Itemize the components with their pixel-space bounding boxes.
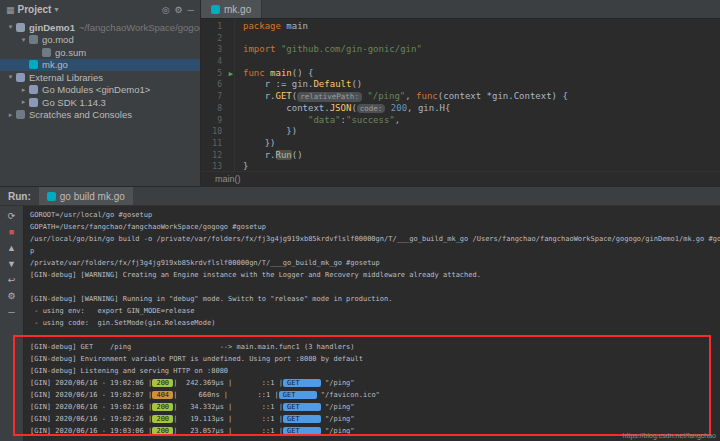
locate-icon[interactable]: ◎: [162, 5, 170, 15]
code-token: , gin.H{: [407, 103, 450, 113]
code-token: (context *gin.Context) {: [438, 91, 568, 101]
console-text: [GIN-debug] Listening and serving HTTP o…: [30, 367, 228, 375]
gutter-line: 3: [201, 44, 234, 56]
run-toolbar: ⟳■▲▼↩⚙─: [0, 206, 24, 441]
code-token: "data": [308, 115, 341, 125]
http-status-badge: 404: [152, 391, 173, 399]
tree-item-go-modules[interactable]: ▸Go Modules <ginDemo1>: [0, 84, 200, 97]
gutter-line: 8: [201, 103, 234, 115]
tree-chevron-icon[interactable]: ▸: [6, 111, 15, 119]
tree-chevron-icon[interactable]: ▾: [6, 23, 15, 31]
tree-item-scratches[interactable]: ▸Scratches and Consoles: [0, 109, 200, 122]
console-line: /private/var/folders/fx/fj3g4jg919xb85kr…: [30, 257, 720, 269]
console-line: [GIN] 2020/06/16 - 19:02:26 | 200 | 19.1…: [30, 413, 720, 425]
tree-item-go-sum[interactable]: go.sum: [0, 46, 200, 59]
tree-item-label: Scratches and Consoles: [29, 109, 132, 120]
console-line: [GIN] 2020/06/16 - 19:02:06 | 200 | 242.…: [30, 377, 720, 389]
soft-wrap-icon[interactable]: ↩: [5, 274, 19, 287]
code-token: }): [243, 138, 276, 148]
code-token: main: [281, 21, 308, 31]
console-text: - using env: export GIN_MODE=release: [30, 307, 194, 315]
tree-chevron-icon[interactable]: ▸: [19, 86, 28, 94]
http-status-badge: 200: [152, 379, 173, 387]
modfile-icon: [29, 35, 38, 44]
go-run-config-icon: [47, 192, 56, 201]
tree-item-label: go.mod: [42, 34, 74, 45]
http-method-badge: GET: [283, 427, 321, 435]
console-text: [GIN] 2020/06/16 - 19:03:06 |: [30, 427, 152, 435]
code-line: package main: [243, 21, 720, 33]
console-text: - using code: gin.SetMode(gin.ReleaseMod…: [30, 319, 215, 327]
rerun-icon[interactable]: ⟳: [5, 210, 19, 223]
top-section: ▦ Project ▾ ◎⚙─ ▾ginDemo1~/fangchaoWorkS…: [0, 0, 720, 186]
gutter-line: 10: [201, 126, 234, 138]
console-settings-icon[interactable]: ⚙: [5, 290, 19, 303]
tree-item-gindemo1[interactable]: ▾ginDemo1~/fangchaoWorkSpace/gogogo/ginD…: [0, 21, 200, 34]
lib-icon: [16, 73, 25, 82]
tree-chevron-icon[interactable]: ▾: [6, 73, 15, 81]
stop-icon[interactable]: ■: [5, 226, 19, 239]
code-token: 200: [391, 103, 407, 113]
console-line: [GIN-debug] Environment variable PORT is…: [30, 353, 720, 365]
code-token: JSON: [330, 103, 352, 113]
gutter-line: 5▶: [201, 68, 234, 80]
console-text: | 242.369µs | ::1 |: [173, 379, 283, 387]
console-line: [GIN] 2020/06/16 - 19:02:07 | 404 | 660n…: [30, 389, 720, 401]
inlay-hint: relativePath:: [297, 92, 362, 102]
go-to-top-icon[interactable]: ▲: [5, 242, 19, 255]
tree-item-go-mod[interactable]: ▾go.mod: [0, 34, 200, 47]
breadcrumb-item-main[interactable]: main(): [215, 174, 241, 184]
chevron-down-icon[interactable]: ▾: [54, 5, 58, 14]
tree-item-label: ginDemo1: [29, 22, 75, 33]
code-line: context.JSON(code: 200, gin.H{: [243, 103, 720, 115]
editor-tab-mk-go[interactable]: mk.go: [201, 0, 262, 18]
tree-item-label: go.sum: [55, 47, 86, 58]
code-token: [243, 115, 308, 125]
go-to-bottom-icon[interactable]: ▼: [5, 258, 19, 271]
settings-icon[interactable]: ⚙: [175, 5, 183, 15]
tree-chevron-icon[interactable]: ▾: [19, 36, 28, 44]
console-text: [GIN] 2020/06/16 - 19:02:26 |: [30, 415, 152, 423]
console-text: "/ping": [321, 427, 355, 435]
code-token: package: [243, 21, 281, 31]
code-token: }): [243, 126, 297, 136]
console-line: p: [30, 245, 720, 257]
scratch-icon: [16, 110, 25, 119]
run-main-gutter-icon[interactable]: ▶: [229, 69, 233, 79]
console-text: "/ping": [321, 415, 355, 423]
lib-icon: [29, 98, 38, 107]
code-token: (): [351, 79, 362, 89]
folder-icon: [16, 23, 25, 32]
run-config-tab[interactable]: go build mk.go: [39, 187, 133, 205]
console-text: [GIN-debug] Environment variable PORT is…: [30, 355, 363, 363]
gutter-line: 11: [201, 138, 234, 150]
console-text: | 19.113µs | ::1 |: [173, 415, 283, 423]
project-tree: ▾ginDemo1~/fangchaoWorkSpace/gogogo/ginD…: [0, 19, 200, 186]
code-token: r.: [243, 150, 276, 160]
console-text: [GIN-debug] GET /ping --> main.main.func…: [30, 343, 355, 351]
code-token: "/ping": [367, 91, 405, 101]
lib-icon: [29, 85, 38, 94]
hide-icon[interactable]: ─: [188, 5, 194, 15]
code-token: main: [270, 68, 292, 78]
run-tab-label: go build mk.go: [60, 191, 125, 202]
editor-code-area[interactable]: 12345▶678910111213 package mainimport "g…: [201, 19, 720, 171]
code-line: }): [243, 126, 720, 138]
console-text: "/favicon.ico": [317, 391, 380, 399]
console-output[interactable]: GOROOT=/usr/local/go #gosetupGOPATH=/Use…: [24, 206, 720, 441]
console-line: [GIN] 2020/06/16 - 19:02:16 | 200 | 34.3…: [30, 401, 720, 413]
project-tool-window-icon[interactable]: ▦: [6, 5, 15, 15]
tree-item-mk-go[interactable]: mk.go: [0, 59, 200, 72]
tree-item-label: Go Modules <ginDemo1>: [42, 84, 150, 95]
console-text: [GIN] 2020/06/16 - 19:02:06 |: [30, 379, 152, 387]
tree-item-go-sdk[interactable]: ▸Go SDK 1.14.3: [0, 96, 200, 109]
collapse-icon[interactable]: ─: [5, 306, 19, 319]
tree-chevron-icon[interactable]: ▸: [19, 98, 28, 106]
console-text: p: [30, 247, 34, 255]
code-token: () {: [292, 68, 314, 78]
gutter-line: 7: [201, 91, 234, 103]
project-panel: ▦ Project ▾ ◎⚙─ ▾ginDemo1~/fangchaoWorkS…: [0, 0, 201, 186]
tree-item-external-libraries[interactable]: ▾External Libraries: [0, 71, 200, 84]
go-file-icon: [211, 5, 220, 14]
console-text: /usr/local/go/bin/go build -o /private/v…: [30, 235, 720, 243]
